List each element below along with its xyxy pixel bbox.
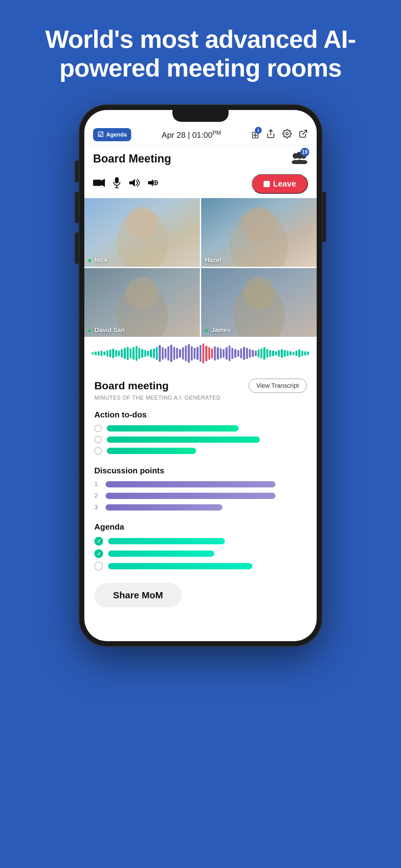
participant-video-hazel: Hazel <box>201 198 317 267</box>
calendar-icon-wrapper[interactable]: ⊞ 1 <box>252 129 259 140</box>
svg-line-2 <box>303 130 307 134</box>
waveform-bar <box>211 348 213 359</box>
todo-circle-2 <box>94 436 102 443</box>
todo-item-3 <box>94 447 307 455</box>
waveform-bar <box>115 350 117 357</box>
waveform-bar <box>150 349 152 357</box>
mom-header: Board meeting View Transcript <box>94 379 307 393</box>
online-indicator-david <box>88 329 91 332</box>
participants-badge: 19 <box>291 150 308 167</box>
svg-point-1 <box>286 132 288 135</box>
discussion-num-2: 2 <box>94 492 101 499</box>
waveform-bar <box>132 347 134 359</box>
agenda-item-2: ✓ <box>94 549 307 558</box>
waveform-bar <box>165 348 166 359</box>
agenda-check-3 <box>94 562 103 570</box>
svg-point-27 <box>126 277 158 309</box>
waveform-bar <box>272 350 274 356</box>
waveform-bar <box>103 351 105 355</box>
svg-point-30 <box>243 277 275 309</box>
settings-icon[interactable] <box>282 129 292 141</box>
mom-subtitle: MINUTES OF THE MEETING A.I. Generated <box>94 395 307 401</box>
waveform-bar <box>130 348 132 359</box>
notch <box>172 110 229 122</box>
top-icons: ⊞ 1 <box>252 129 308 141</box>
waveform-bar <box>170 345 172 363</box>
share-icon[interactable] <box>266 129 275 141</box>
waveform-bar <box>95 351 97 355</box>
app-content: ☑ Agenda Apr 28 | 01:00PM ⊞ 1 <box>84 110 317 641</box>
waveform-bar <box>92 352 94 354</box>
waveform-bar <box>179 349 181 358</box>
discussion-list: 1 2 3 <box>94 480 307 511</box>
waveform-bar <box>293 351 295 355</box>
waveform-bar <box>223 349 225 358</box>
waveform-bar <box>240 348 242 359</box>
todo-bar-1 <box>107 425 239 432</box>
svg-point-24 <box>241 207 276 242</box>
waveform-bar <box>121 349 123 358</box>
waveform-bar <box>141 349 143 358</box>
phone-frame: ☑ Agenda Apr 28 | 01:00PM ⊞ 1 <box>79 104 322 647</box>
discussion-num-3: 3 <box>94 504 101 511</box>
waveform-bar <box>138 348 140 359</box>
waveform-bar <box>188 344 190 363</box>
stop-icon <box>264 181 270 187</box>
agenda-bar-3 <box>108 563 252 569</box>
share-mom-button[interactable]: Share MoM <box>94 583 182 608</box>
waveform-bar <box>205 346 207 361</box>
waveform-bar <box>153 348 155 359</box>
waveform-bar <box>301 350 303 356</box>
agenda-bar-1 <box>108 538 225 544</box>
agenda-check-1: ✓ <box>94 537 103 546</box>
participant-video-david: David San <box>84 268 200 337</box>
svg-marker-10 <box>101 179 105 187</box>
meeting-title: Board Meeting <box>93 152 171 165</box>
agenda-button[interactable]: ☑ Agenda <box>93 128 131 141</box>
todo-bar-2 <box>107 436 260 443</box>
waveform-bar <box>173 347 175 360</box>
volume-up-button <box>75 161 79 183</box>
top-bar: ☑ Agenda Apr 28 | 01:00PM ⊞ 1 <box>84 124 317 145</box>
checkmark-1: ✓ <box>97 538 101 544</box>
online-indicator-james <box>205 329 208 332</box>
action-todos-heading: Action to-dos <box>94 410 307 420</box>
svg-point-21 <box>126 207 158 239</box>
date: Apr 28 <box>162 130 186 140</box>
waveform-bar <box>109 349 111 357</box>
hero-title: World's most advanced AI-powered meeting… <box>0 0 401 98</box>
svg-rect-11 <box>115 177 119 183</box>
waveform-bar <box>159 345 161 362</box>
participant-name-james: James <box>205 327 231 334</box>
waveform-bar <box>176 348 178 359</box>
phone-mockup: ☑ Agenda Apr 28 | 01:00PM ⊞ 1 <box>79 104 322 647</box>
waveform-bar <box>263 347 265 359</box>
leave-button[interactable]: Leave <box>252 174 308 194</box>
waveform-bar <box>202 343 204 363</box>
checkmark-2: ✓ <box>97 551 101 557</box>
view-transcript-button[interactable]: View Transcript <box>248 379 307 393</box>
todo-list <box>94 425 307 455</box>
waveform-bar <box>214 346 216 361</box>
camera-icon[interactable] <box>93 178 105 190</box>
microphone-icon[interactable] <box>112 177 121 191</box>
waveform-bar <box>144 350 146 357</box>
participants-count: 19 <box>300 148 309 157</box>
online-indicator-nick <box>88 259 91 262</box>
volume-down-button <box>75 192 79 223</box>
waveform-bar <box>118 350 120 356</box>
waveform-bar <box>162 347 164 359</box>
speaker-icon[interactable] <box>129 178 140 190</box>
waveform-bar <box>226 347 227 359</box>
svg-rect-9 <box>93 180 101 186</box>
participant-name-hazel: Hazel <box>205 256 221 264</box>
date-time: Apr 28 | 01:00PM <box>131 130 252 140</box>
waveform-bar <box>185 346 187 361</box>
waveform-bar <box>112 349 114 358</box>
svg-marker-14 <box>129 179 135 187</box>
phone-screen: ☑ Agenda Apr 28 | 01:00PM ⊞ 1 <box>84 110 317 641</box>
agenda-check-2: ✓ <box>94 549 103 558</box>
waveform-section <box>84 337 317 370</box>
external-link-icon[interactable] <box>299 129 308 141</box>
audio-settings-icon[interactable] <box>147 178 158 190</box>
